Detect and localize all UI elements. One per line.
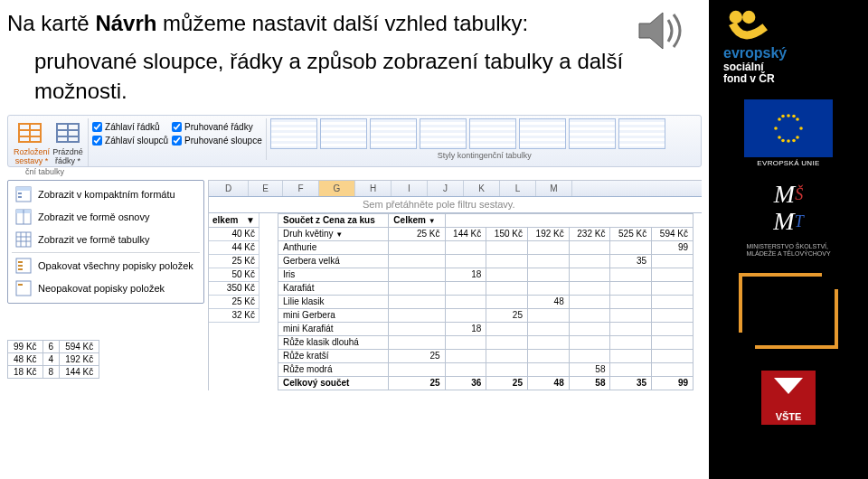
svg-rect-18 <box>18 284 23 286</box>
table-row[interactable]: mini Gerbera25 <box>278 308 693 322</box>
menu-no-repeat-labels[interactable]: Neopakovat popisky položek <box>10 277 202 299</box>
table-row[interactable]: Gerbera velká35 <box>278 254 693 268</box>
svg-point-26 <box>796 117 799 121</box>
speaker-icon <box>637 9 693 56</box>
svg-point-20 <box>742 11 755 23</box>
banded-cols-checkbox[interactable]: Pruhované sloupce <box>172 136 262 146</box>
svg-rect-17 <box>16 281 31 296</box>
pivot-styles-gallery[interactable] <box>270 118 699 149</box>
svg-point-19 <box>730 11 742 23</box>
svg-rect-15 <box>18 265 23 267</box>
menu-repeat-labels[interactable]: Opakovat všechny popisky položek <box>10 255 202 277</box>
table-row[interactable]: Iris18 <box>278 268 693 281</box>
ribbon-left-group-label: ční tabulky <box>7 167 702 176</box>
column-headers[interactable]: D E F G H I J K L M <box>209 181 702 197</box>
svg-rect-14 <box>18 261 23 263</box>
orange-frame-logo <box>739 273 838 349</box>
ribbon: Rozložení sestavy * Prázdné řádky * Záhl… <box>7 115 702 167</box>
svg-point-30 <box>792 115 796 118</box>
svg-rect-3 <box>18 193 22 194</box>
chevron-down-icon[interactable]: ▼ <box>429 217 436 225</box>
table-row[interactable]: mini Karafiát18 <box>278 322 693 335</box>
svg-rect-2 <box>16 187 31 191</box>
chevron-down-icon[interactable]: ▼ <box>335 230 343 239</box>
menu-tabular[interactable]: Zobrazit ve formě tabulky <box>10 229 202 250</box>
msmt-text: MINISTERSTVO ŠKOLSTVÍ,MLÁDEŽE A TĚLOVÝCH… <box>746 243 830 258</box>
svg-point-24 <box>799 127 803 130</box>
eu-logo: EVROPSKÁ UNIE <box>744 94 833 167</box>
outline-layout-icon <box>15 209 32 225</box>
esf-logo: evropský sociální fond v ČR <box>716 5 861 89</box>
svg-point-21 <box>787 114 790 117</box>
table-row[interactable]: Karafiát <box>278 281 693 295</box>
svg-rect-8 <box>16 232 31 247</box>
slide-subtitle: pruhované sloupce, řádky a způsob zobraz… <box>34 47 702 106</box>
spreadsheet[interactable]: D E F G H I J K L M Sem přetáhněte pole … <box>208 180 702 390</box>
svg-point-31 <box>781 139 785 143</box>
svg-marker-0 <box>639 13 663 49</box>
blank-rows-button[interactable]: Prázdné řádky * <box>52 118 84 166</box>
svg-point-32 <box>792 139 796 143</box>
table-row[interactable]: Lilie klasik48 <box>278 295 693 308</box>
table-row[interactable]: Anthurie99 <box>278 240 693 254</box>
svg-point-23 <box>774 127 778 130</box>
table-row[interactable]: Růže modrá58 <box>278 362 693 376</box>
slide-title: Na kartě Návrh můžeme nastavit další vzh… <box>7 9 702 38</box>
col-headers-checkbox[interactable]: Záhlaví sloupců <box>92 136 168 146</box>
svg-point-27 <box>778 136 781 139</box>
svg-point-29 <box>781 115 785 118</box>
compact-layout-icon <box>15 186 32 202</box>
repeat-labels-icon <box>15 258 32 274</box>
small-table: 99 Kč6594 Kč 48 Kč4192 Kč 18 Kč8144 Kč <box>7 340 99 379</box>
svg-point-25 <box>778 117 781 121</box>
svg-point-28 <box>796 136 799 139</box>
vste-logo: VŠTE <box>761 371 816 425</box>
filter-drop-hint[interactable]: Sem přetáhněte pole filtru sestavy. <box>209 197 702 213</box>
svg-rect-16 <box>18 268 23 270</box>
logo-sidebar: evropský sociální fond v ČR EVROPSKÁ UNI… <box>709 0 868 479</box>
svg-rect-4 <box>18 196 22 198</box>
svg-marker-33 <box>774 378 803 394</box>
left-fragment-column: elkem▼ 40 Kč 44 Kč 25 Kč 50 Kč 350 Kč 25… <box>209 213 259 390</box>
styles-group-label: Styly kontingenční tabulky <box>270 151 699 160</box>
layout-report-button[interactable]: Rozložení sestavy * <box>14 118 50 166</box>
no-repeat-labels-icon <box>15 280 32 296</box>
banded-rows-checkbox[interactable]: Pruhované řádky <box>172 122 262 132</box>
menu-compact[interactable]: Zobrazit v kompaktním formátu <box>10 183 202 205</box>
table-row[interactable]: Růže kratší25 <box>278 349 693 362</box>
row-headers-checkbox[interactable]: Záhlaví řádků <box>92 122 168 132</box>
report-layout-menu: Zobrazit v kompaktním formátu Zobrazit v… <box>7 180 204 304</box>
tabular-layout-icon <box>15 231 32 248</box>
table-row[interactable]: Růže klasik dlouhá <box>278 335 693 349</box>
pivot-table[interactable]: Součet z Cena za kusCelkem ▼ Druh květin… <box>278 213 693 390</box>
svg-point-22 <box>787 139 790 143</box>
menu-outline[interactable]: Zobrazit ve formě osnovy <box>10 206 202 228</box>
msmt-logo: MŠ <box>774 180 803 209</box>
